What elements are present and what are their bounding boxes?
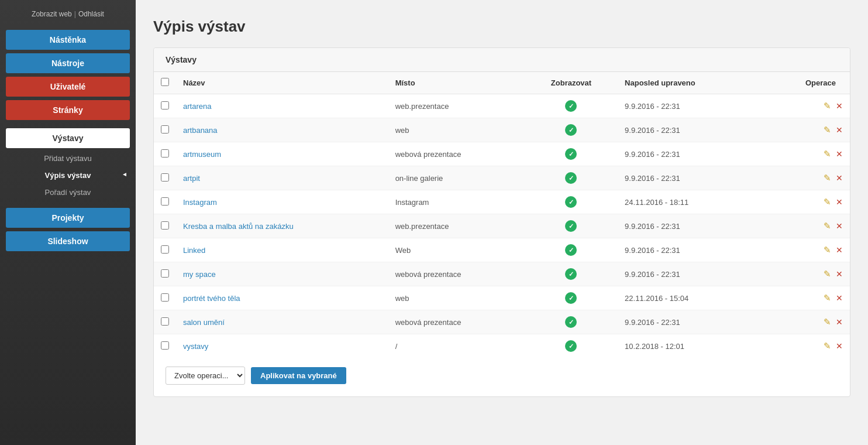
delete-icon[interactable]: ✕ (836, 269, 843, 279)
row-misto-cell: on-line galerie (388, 166, 525, 190)
row-checkbox[interactable] (161, 149, 169, 158)
edit-icon[interactable]: ✎ (824, 173, 831, 183)
delete-icon[interactable]: ✕ (836, 149, 843, 159)
status-check-icon: ✓ (565, 148, 577, 160)
row-zobrazovat-cell: ✓ (525, 94, 618, 118)
delete-icon[interactable]: ✕ (836, 101, 843, 111)
delete-icon[interactable]: ✕ (836, 317, 843, 327)
row-checkbox-cell (154, 118, 176, 142)
row-name-link[interactable]: portrét tvého těla (183, 294, 240, 303)
table-row: Instagram Instagram ✓ 24.11.2016 - 18:11… (154, 190, 850, 214)
row-checkbox[interactable] (161, 341, 169, 350)
main-content: Výpis výstav Výstavy Název Místo Zobrazo… (136, 0, 868, 445)
sidebar-btn-uzivatele[interactable]: Uživatelé (6, 77, 130, 97)
row-name-link[interactable]: Instagram (183, 198, 217, 207)
table-header: Název Místo Zobrazovat Naposled upraveno… (154, 72, 850, 94)
sidebar-btn-nastroje[interactable]: Nástroje (6, 53, 130, 73)
row-name-link[interactable]: Kresba a malba aktů na zakázku (183, 222, 294, 231)
sidebar-btn-slideshow[interactable]: Slideshow (6, 231, 130, 251)
row-name-cell: artbanana (176, 118, 388, 142)
row-name-link[interactable]: Linked (183, 246, 205, 255)
row-zobrazovat-cell: ✓ (525, 286, 618, 310)
delete-icon[interactable]: ✕ (836, 293, 843, 303)
row-checkbox[interactable] (161, 293, 169, 302)
card-header: Výstavy (154, 48, 850, 72)
row-name-link[interactable]: artbanana (183, 126, 218, 135)
row-name-cell: vystavy (176, 334, 388, 358)
edit-icon[interactable]: ✎ (824, 269, 831, 279)
row-actions-cell: ✎ ✕ (762, 262, 850, 286)
edit-icon[interactable]: ✎ (824, 101, 831, 111)
row-zobrazovat-cell: ✓ (525, 262, 618, 286)
table-row: artpit on-line galerie ✓ 9.9.2016 - 22:3… (154, 166, 850, 190)
delete-icon[interactable]: ✕ (836, 173, 843, 183)
table-row: artmuseum webová prezentace ✓ 9.9.2016 -… (154, 142, 850, 166)
row-name-link[interactable]: artpit (183, 174, 200, 183)
row-zobrazovat-cell: ✓ (525, 190, 618, 214)
row-actions-cell: ✎ ✕ (762, 310, 850, 334)
edit-icon[interactable]: ✎ (824, 197, 831, 207)
sidebar: Zobrazit web | Odhlásit Nástěnka Nástroj… (0, 0, 136, 445)
row-name-link[interactable]: my space (183, 270, 216, 279)
operation-select[interactable]: Zvolte operaci...Smazat vybrané (166, 367, 245, 385)
row-misto-cell: webová prezentace (388, 142, 525, 166)
sidebar-btn-projekty[interactable]: Projekty (6, 208, 130, 228)
edit-icon[interactable]: ✎ (824, 221, 831, 231)
sidebar-btn-stranky[interactable]: Stránky (6, 100, 130, 120)
col-upraveno: Naposled upraveno (618, 72, 762, 94)
status-check-icon: ✓ (565, 340, 577, 352)
row-checkbox[interactable] (161, 245, 169, 254)
sidebar-btn-nastenkta[interactable]: Nástěnka (6, 30, 130, 50)
sidebar-vypis-vystav[interactable]: Výpis výstav (0, 167, 136, 184)
delete-icon[interactable]: ✕ (836, 197, 843, 207)
sidebar-poradi-vystav[interactable]: Pořadí výstav (0, 184, 136, 201)
show-web-link[interactable]: Zobrazit web (32, 10, 72, 18)
row-checkbox-cell (154, 286, 176, 310)
edit-icon[interactable]: ✎ (824, 293, 831, 303)
edit-icon[interactable]: ✎ (824, 245, 831, 255)
row-checkbox[interactable] (161, 173, 169, 182)
row-checkbox[interactable] (161, 269, 169, 278)
edit-icon[interactable]: ✎ (824, 317, 831, 327)
delete-icon[interactable]: ✕ (836, 245, 843, 255)
vystavy-header[interactable]: Výstavy (6, 128, 130, 148)
row-actions-cell: ✎ ✕ (762, 166, 850, 190)
delete-icon[interactable]: ✕ (836, 221, 843, 231)
row-checkbox-cell (154, 238, 176, 262)
row-actions-cell: ✎ ✕ (762, 142, 850, 166)
edit-icon[interactable]: ✎ (824, 341, 831, 351)
sidebar-top-bar: Zobrazit web | Odhlásit (0, 0, 136, 28)
row-checkbox[interactable] (161, 125, 169, 134)
row-checkbox[interactable] (161, 317, 169, 326)
card-footer: Zvolte operaci...Smazat vybrané Aplikova… (154, 358, 850, 385)
row-name-cell: Linked (176, 238, 388, 262)
status-check-icon: ✓ (565, 172, 577, 184)
row-zobrazovat-cell: ✓ (525, 310, 618, 334)
row-name-link[interactable]: vystavy (183, 342, 208, 351)
select-all-checkbox[interactable] (161, 78, 169, 86)
edit-icon[interactable]: ✎ (824, 149, 831, 159)
row-name-cell: artpit (176, 166, 388, 190)
row-checkbox[interactable] (161, 197, 169, 206)
edit-icon[interactable]: ✎ (824, 125, 831, 135)
row-actions-cell: ✎ ✕ (762, 286, 850, 310)
apply-button[interactable]: Aplikovat na vybrané (251, 367, 346, 384)
col-zobrazovat: Zobrazovat (525, 72, 618, 94)
sidebar-pridat-vystavu[interactable]: Přidat výstavu (0, 150, 136, 167)
row-name-link[interactable]: salon umění (183, 318, 225, 327)
row-name-link[interactable]: artmuseum (183, 150, 221, 159)
row-actions-cell: ✎ ✕ (762, 214, 850, 238)
row-checkbox-cell (154, 142, 176, 166)
table-body: artarena web.prezentace ✓ 9.9.2016 - 22:… (154, 94, 850, 358)
row-name-link[interactable]: artarena (183, 102, 211, 111)
row-checkbox[interactable] (161, 101, 169, 109)
delete-icon[interactable]: ✕ (836, 125, 843, 135)
table-row: vystavy / ✓ 10.2.2018 - 12:01 ✎ ✕ (154, 334, 850, 358)
row-checkbox[interactable] (161, 221, 169, 230)
delete-icon[interactable]: ✕ (836, 341, 843, 351)
row-name-cell: Instagram (176, 190, 388, 214)
row-misto-cell: web.prezentace (388, 94, 525, 118)
logout-link[interactable]: Odhlásit (78, 10, 104, 18)
row-name-cell: artarena (176, 94, 388, 118)
row-misto-cell: webová prezentace (388, 262, 525, 286)
